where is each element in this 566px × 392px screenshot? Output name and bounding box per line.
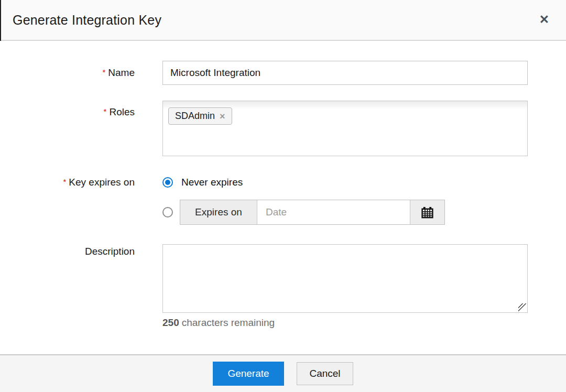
description-label: Description — [0, 244, 135, 258]
roles-label-text: Roles — [109, 106, 135, 117]
name-label-text: Name — [108, 67, 135, 78]
close-button[interactable]: ✕ — [539, 14, 549, 26]
key-expires-field-row: *Key expires on Never expires Expires on — [0, 176, 566, 225]
expires-on-prefix-label: Expires on — [180, 200, 257, 224]
role-chip: SDAdmin × — [168, 107, 232, 125]
dialog-title: Generate Integration Key — [13, 13, 161, 28]
roles-label: *Roles — [0, 101, 135, 119]
chip-remove-icon[interactable]: × — [220, 112, 225, 121]
never-expires-option: Never expires — [162, 176, 528, 189]
panel-edge — [0, 0, 1, 41]
char-count-value: 250 — [162, 317, 179, 328]
char-count-text: characters remaining — [182, 317, 275, 328]
required-asterisk: * — [104, 107, 107, 116]
date-input[interactable] — [257, 200, 410, 224]
name-label: *Name — [0, 67, 135, 80]
never-expires-option-label[interactable]: Never expires — [181, 177, 243, 188]
generate-integration-key-dialog: Generate Integration Key ✕ *Name *Roles … — [0, 0, 566, 392]
required-asterisk: * — [63, 177, 66, 186]
expires-on-radio[interactable] — [162, 207, 173, 217]
roles-field-row: *Roles SDAdmin × — [0, 101, 566, 156]
roles-multiselect[interactable]: SDAdmin × — [162, 101, 528, 156]
name-field-row: *Name — [0, 61, 566, 85]
expires-on-option: Expires on — [162, 200, 528, 225]
generate-button[interactable]: Generate — [213, 362, 284, 386]
required-asterisk: * — [102, 68, 105, 77]
calendar-button[interactable] — [410, 200, 444, 224]
close-icon: ✕ — [539, 13, 549, 26]
description-textarea[interactable] — [162, 244, 528, 313]
never-expires-radio[interactable] — [162, 177, 173, 188]
description-label-text: Description — [85, 246, 135, 257]
expires-on-group: Expires on — [180, 200, 445, 225]
name-input[interactable] — [162, 61, 528, 85]
calendar-icon — [420, 205, 434, 220]
dialog-footer: Generate Cancel — [0, 354, 566, 392]
resize-handle[interactable] — [518, 303, 526, 311]
cancel-button[interactable]: Cancel — [297, 362, 353, 385]
description-field-row: Description 250characters remaining — [0, 244, 566, 329]
dialog-body: *Name *Roles SDAdmin × *Key expir — [0, 41, 566, 354]
key-expires-label: *Key expires on — [0, 176, 135, 189]
key-expires-label-text: Key expires on — [69, 177, 135, 188]
char-counter: 250characters remaining — [162, 317, 528, 329]
role-chip-label: SDAdmin — [175, 111, 215, 122]
dialog-header: Generate Integration Key ✕ — [0, 0, 566, 41]
